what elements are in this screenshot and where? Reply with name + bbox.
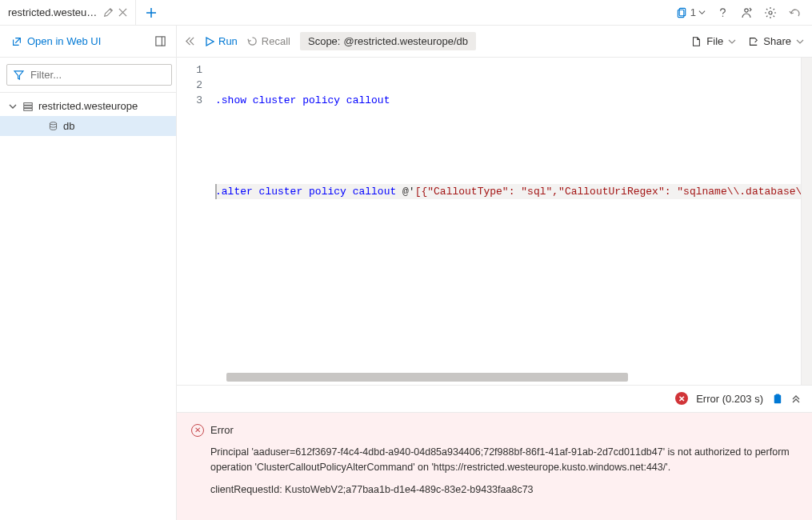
run-label: Run (218, 35, 238, 47)
copy-count: 1 (690, 6, 696, 18)
scope-selector[interactable]: Scope: @restricted.westeurope/db (300, 32, 476, 50)
code-area[interactable]: .show cluster policy callout .alter clus… (212, 58, 801, 385)
feedback-icon[interactable] (740, 6, 753, 19)
svg-rect-12 (776, 394, 780, 396)
panel-toggle-icon[interactable] (151, 32, 170, 50)
new-tab-button[interactable] (136, 0, 166, 25)
clipboard-icon[interactable] (771, 393, 783, 405)
help-icon[interactable] (717, 6, 729, 18)
scope-value: @restricted.westeurope/db (343, 35, 468, 47)
cluster-label: restricted.westeurope (38, 100, 138, 112)
error-request-id: clientRequestId: KustoWebV2;a77baa1b-d1e… (210, 482, 798, 498)
results-header: ✕ Error (0.203 s) (177, 386, 812, 413)
share-menu[interactable]: Share (747, 35, 804, 47)
tree-cluster-node[interactable]: restricted.westeurope (0, 96, 176, 116)
filter-input[interactable] (30, 69, 165, 81)
undo-icon[interactable] (788, 6, 801, 19)
filter-input-wrapper[interactable] (6, 64, 172, 86)
chevron-down-icon (8, 102, 18, 110)
connection-tree: restricted.westeurope db (0, 93, 176, 520)
tree-db-node[interactable]: db (0, 116, 176, 136)
svg-rect-5 (156, 37, 165, 46)
svg-point-10 (50, 122, 56, 125)
tab-bar: restricted.westeur… 1 (0, 0, 812, 26)
error-message: Principal 'aaduser=612f3697-f4c4-4dbd-a9… (210, 445, 798, 475)
scope-label: Scope: (308, 35, 340, 47)
collapse-left-icon[interactable] (185, 36, 195, 46)
share-label: Share (763, 35, 791, 47)
close-icon[interactable] (118, 8, 127, 17)
error-badge-icon: ✕ (675, 392, 688, 405)
results-status: Error (0.203 s) (696, 393, 763, 405)
cluster-icon (22, 101, 34, 112)
copy-dropdown[interactable]: 1 (676, 6, 706, 18)
tab-title: restricted.westeur… (8, 6, 98, 18)
error-heading: Error (210, 424, 234, 436)
connection-sidebar: restricted.westeurope db (0, 58, 177, 520)
file-menu[interactable]: File (690, 35, 736, 47)
filter-icon (14, 70, 24, 80)
svg-rect-9 (24, 108, 33, 110)
settings-icon[interactable] (764, 6, 777, 19)
line-gutter: 1 2 3 (177, 58, 212, 385)
svg-point-4 (769, 11, 772, 14)
chevron-down-icon (728, 38, 736, 46)
chevron-down-icon (796, 38, 804, 46)
query-editor[interactable]: 1 2 3 .show cluster policy callout .alte… (177, 58, 812, 386)
recall-label: Recall (262, 35, 290, 47)
svg-point-3 (745, 8, 748, 11)
top-right-actions: 1 (676, 6, 812, 19)
collapse-results-icon[interactable] (791, 394, 801, 403)
recall-button[interactable]: Recall (247, 35, 290, 47)
vertical-scrollbar[interactable] (801, 58, 812, 385)
error-panel: ✕ Error Principal 'aaduser=612f3697-f4c4… (177, 413, 812, 520)
edit-icon[interactable] (103, 7, 114, 18)
svg-rect-8 (24, 106, 33, 108)
file-label: File (706, 35, 723, 47)
open-in-web-button[interactable]: Open in Web UI (6, 32, 106, 50)
horizontal-scrollbar[interactable] (226, 373, 628, 382)
svg-point-2 (722, 15, 724, 17)
database-icon (48, 121, 58, 131)
query-tab[interactable]: restricted.westeur… (0, 0, 136, 25)
open-in-web-label: Open in Web UI (27, 35, 101, 47)
error-circle-icon: ✕ (191, 424, 204, 437)
svg-rect-7 (24, 102, 33, 105)
svg-rect-11 (774, 395, 781, 403)
db-label: db (63, 120, 74, 132)
run-button[interactable]: Run (205, 35, 238, 47)
